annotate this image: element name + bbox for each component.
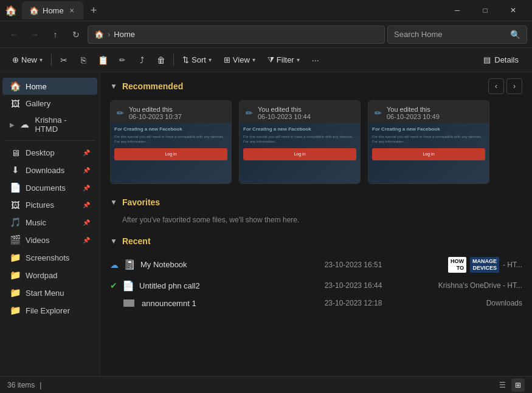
list-view-button[interactable]: ☰: [496, 378, 509, 392]
recommended-next-button[interactable]: ›: [506, 78, 522, 94]
sidebar-item-wordpad-label: Wordpad: [26, 271, 58, 280]
search-icon: 🔍: [510, 30, 520, 39]
favorites-chevron[interactable]: ▼: [110, 198, 117, 207]
sidebar-item-gallery[interactable]: 🖼 Gallery: [2, 95, 97, 112]
recent-row-3[interactable]: announcemnt 1 23-10-2023 12:18 Downloads: [100, 295, 532, 312]
chevron-icon: ▶: [10, 121, 15, 128]
details-button[interactable]: ▤ Details: [477, 53, 525, 67]
address-path[interactable]: 🏠 › Home: [88, 26, 385, 44]
recent-chevron[interactable]: ▼: [110, 237, 117, 245]
pictures-pin-icon: 📌: [83, 202, 90, 208]
sidebar-item-krishna[interactable]: ▶ ☁ Krishna - HTMD: [2, 112, 97, 137]
rec-card-1[interactable]: ✏ You edited this 06-10-2023 10:37 For C…: [110, 100, 232, 184]
videos-sidebar-icon: 🎬: [10, 234, 21, 245]
view-label: View: [233, 55, 250, 64]
home-sidebar-icon: 🏠: [10, 81, 21, 92]
new-dropdown-icon: ▾: [40, 56, 43, 63]
favorites-section: ▼ Favorites After you've favorited some …: [100, 191, 532, 230]
title-bar: 🏠 🏠 Home ✕ + ─ □ ✕: [0, 0, 532, 21]
more-button[interactable]: ···: [307, 52, 324, 69]
tab-home-icon: 🏠: [29, 6, 39, 15]
new-button[interactable]: ⊕ New ▾: [7, 52, 47, 69]
paste-button[interactable]: 📋: [94, 52, 111, 69]
sidebar-item-screenshots[interactable]: 📁 Screenshots: [2, 249, 97, 266]
search-box[interactable]: Search Home 🔍: [387, 26, 527, 44]
documents-sidebar-icon: 📄: [10, 182, 21, 193]
copy-button[interactable]: ⎘: [75, 52, 92, 69]
cut-button[interactable]: ✂: [55, 52, 72, 69]
sidebar-divider-1: [5, 140, 95, 141]
tab-home[interactable]: 🏠 Home ✕: [22, 1, 83, 19]
sidebar-item-startmenu[interactable]: 📁 Start Menu: [2, 284, 97, 301]
forward-button[interactable]: →: [26, 26, 44, 44]
filter-icon: ⧩: [268, 55, 274, 65]
sort-icon: ⇅: [182, 55, 189, 64]
share-button[interactable]: ⤴: [133, 52, 150, 69]
sidebar-item-documents[interactable]: 📄 Documents 📌: [2, 179, 97, 196]
rec-card-2[interactable]: ✏ You edited this 06-10-2023 10:44 For C…: [239, 100, 361, 184]
recent-row-2[interactable]: ✔ 📄 Untitled phn call2 23-10-2023 16:44 …: [100, 276, 532, 295]
desktop-sidebar-icon: 🖥: [10, 148, 21, 158]
sort-dropdown-icon: ▾: [209, 56, 212, 63]
favorites-title: Favorites: [122, 197, 160, 207]
downloads-pin-icon: 📌: [83, 167, 90, 174]
details-icon: ▤: [483, 55, 491, 64]
rec-card-3-edited: You edited this: [387, 106, 483, 113]
recent-date-3: 23-10-2023 12:18: [311, 299, 396, 307]
sidebar-item-downloads[interactable]: ⬇ Downloads 📌: [2, 162, 97, 179]
favorites-header: ▼ Favorites: [100, 191, 532, 211]
new-label: New: [21, 55, 37, 64]
recommended-prev-button[interactable]: ‹: [488, 78, 504, 94]
recent-title: Recent: [122, 236, 151, 246]
minimize-button[interactable]: ─: [443, 0, 471, 21]
downloads-sidebar-icon: ⬇: [10, 165, 21, 176]
edit-icon-2: ✏: [246, 108, 253, 118]
main-layout: 🏠 Home 🖼 Gallery ▶ ☁ Krishna - HTMD 🖥 De…: [0, 72, 532, 376]
sidebar: 🏠 Home 🖼 Gallery ▶ ☁ Krishna - HTMD 🖥 De…: [0, 72, 100, 376]
recent-file-icon-2: 📄: [122, 280, 134, 292]
rec-card-3[interactable]: ✏ You edited this 06-10-2023 10:49 For C…: [368, 100, 489, 184]
window-controls: ─ □ ✕: [443, 0, 527, 21]
delete-button[interactable]: 🗑: [153, 52, 170, 69]
back-button[interactable]: ←: [5, 26, 23, 44]
edit-icon-3: ✏: [375, 108, 382, 118]
sidebar-item-music[interactable]: 🎵 Music 📌: [2, 214, 97, 231]
status-separator: |: [40, 381, 41, 389]
sidebar-item-desktop-label: Desktop: [26, 148, 55, 157]
sidebar-item-krishna-label: Krishna - HTMD: [35, 115, 90, 134]
maximize-button[interactable]: □: [471, 0, 499, 21]
tab-close-button[interactable]: ✕: [67, 6, 76, 15]
music-sidebar-icon: 🎵: [10, 217, 21, 228]
sidebar-item-music-label: Music: [26, 218, 46, 227]
refresh-button[interactable]: ↻: [67, 26, 85, 44]
sidebar-item-home[interactable]: 🏠 Home: [2, 78, 97, 95]
view-button[interactable]: ⊞ View ▾: [219, 52, 260, 69]
rename-button[interactable]: ✏: [114, 52, 131, 69]
filter-button[interactable]: ⧩ Filter ▾: [263, 52, 305, 69]
pictures-sidebar-icon: 🖼: [10, 200, 21, 210]
favorites-content: After you've favorited some files, we'll…: [100, 211, 532, 230]
manage-devices-logo: MANAGEDEVICES: [470, 257, 499, 273]
view-dropdown-icon: ▾: [252, 56, 255, 63]
recommended-chevron[interactable]: ▼: [110, 82, 117, 91]
fileexplorer-sidebar-icon: 📁: [10, 305, 21, 316]
status-bar: 36 items | ☰ ⊞: [0, 376, 532, 393]
desktop-pin-icon: 📌: [83, 149, 90, 156]
recommended-cards: ✏ You edited this 06-10-2023 10:37 For C…: [100, 98, 532, 191]
new-tab-button[interactable]: +: [91, 4, 97, 17]
filter-label: Filter: [277, 55, 294, 64]
tile-view-button[interactable]: ⊞: [511, 378, 525, 392]
recent-name-3: announcemnt 1: [142, 299, 306, 308]
content-area: ▼ Recommended ‹ › ✏ You edited this 06-1…: [100, 72, 532, 376]
close-button[interactable]: ✕: [499, 0, 527, 21]
sidebar-item-videos[interactable]: 🎬 Videos 📌: [2, 231, 97, 248]
sidebar-item-documents-label: Documents: [26, 183, 66, 193]
up-button[interactable]: ↑: [46, 26, 64, 44]
recent-row-1[interactable]: ☁ 📓 My Notebook 23-10-2023 16:51 HOWTO M…: [100, 253, 532, 276]
sidebar-item-fileexplorer[interactable]: 📁 File Explorer: [2, 302, 97, 319]
sidebar-item-pictures[interactable]: 🖼 Pictures 📌: [2, 197, 97, 213]
sidebar-item-desktop[interactable]: 🖥 Desktop 📌: [2, 145, 97, 161]
sort-button[interactable]: ⇅ Sort ▾: [178, 52, 216, 69]
how-manage-logo: HOWTO: [448, 257, 466, 273]
sidebar-item-wordpad[interactable]: 📁 Wordpad: [2, 267, 97, 284]
